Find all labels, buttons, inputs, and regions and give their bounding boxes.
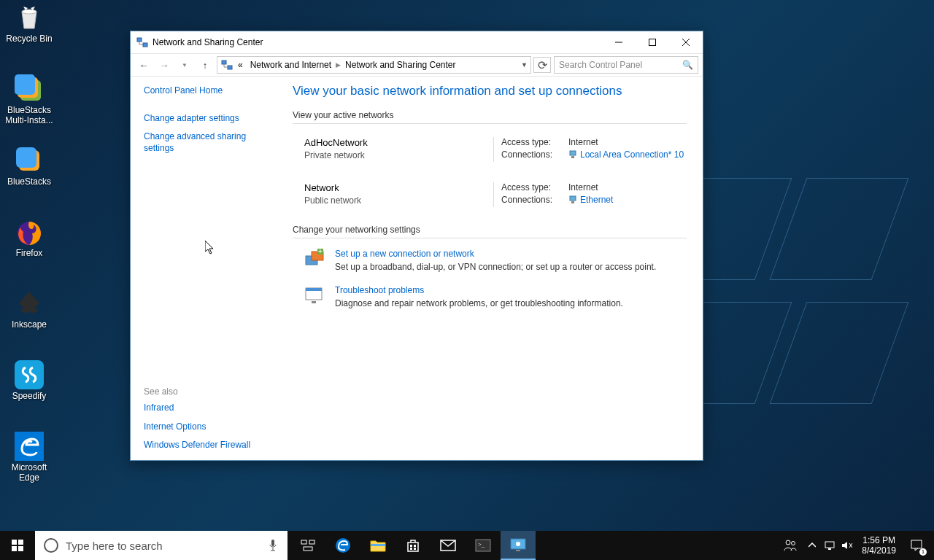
search-icon: 🔍 xyxy=(682,60,693,70)
sidebar-link[interactable]: Change advanced sharing settings xyxy=(144,131,277,154)
control-panel-window: Network and Sharing Center ← → ▼ ↑ « Net… xyxy=(130,31,703,461)
taskbar-app-mail[interactable] xyxy=(431,531,466,560)
desktop-icon-firefox[interactable]: Firefox xyxy=(1,217,57,258)
see-also-link[interactable]: Windows Defender Firewall xyxy=(144,440,277,451)
adapter-icon xyxy=(568,195,577,204)
svg-point-48 xyxy=(786,540,790,545)
network-type: Public network xyxy=(304,195,493,206)
forward-button[interactable]: → xyxy=(155,56,173,74)
svg-rect-46 xyxy=(516,550,520,551)
connections-label: Connections: xyxy=(501,149,568,160)
desktop-icon-inkscape[interactable]: Inkscape xyxy=(1,289,57,330)
network-name: AdHocNetwork xyxy=(304,137,493,148)
see-also-link[interactable]: Internet Options xyxy=(144,421,277,433)
action-center-button[interactable]: 1 xyxy=(902,531,931,560)
titlebar[interactable]: Network and Sharing Center xyxy=(131,31,703,53)
svg-rect-7 xyxy=(15,360,44,389)
svg-rect-5 xyxy=(16,147,36,168)
connection-link[interactable]: Local Area Connection* 10 xyxy=(568,149,684,160)
microphone-icon[interactable] xyxy=(267,539,279,552)
task-view-button[interactable] xyxy=(290,531,325,560)
start-button[interactable] xyxy=(0,531,35,560)
setup-connection-link[interactable]: Set up a new connection or network xyxy=(335,249,656,259)
tray-overflow-icon[interactable] xyxy=(803,531,821,560)
connection-link[interactable]: Ethernet xyxy=(568,195,613,205)
desktop-icon-recycle-bin[interactable]: Recycle Bin xyxy=(1,3,57,44)
desktop-icon-bluestacks[interactable]: BlueStacks xyxy=(1,146,57,187)
connections-label: Connections: xyxy=(501,195,568,205)
svg-rect-30 xyxy=(12,546,17,551)
divider xyxy=(293,238,687,238)
svg-text:+: + xyxy=(318,249,323,255)
taskbar-app-terminal[interactable]: >_ xyxy=(466,531,501,560)
search-input[interactable]: Search Control Panel 🔍 xyxy=(554,56,698,74)
control-panel-home-link[interactable]: Control Panel Home xyxy=(144,85,277,97)
svg-rect-18 xyxy=(571,156,574,158)
troubleshoot-link[interactable]: Troubleshoot problems xyxy=(335,285,623,295)
up-button[interactable]: ↑ xyxy=(196,56,214,74)
svg-rect-10 xyxy=(143,43,147,47)
svg-text:>_: >_ xyxy=(478,541,485,548)
svg-rect-51 xyxy=(828,548,831,550)
svg-rect-50 xyxy=(825,542,834,548)
volume-tray-icon[interactable] xyxy=(838,531,856,560)
taskbar-app-control-panel[interactable] xyxy=(501,531,536,560)
minimize-button[interactable] xyxy=(602,31,636,53)
chevron-down-icon[interactable]: ▼ xyxy=(521,61,528,69)
close-button[interactable] xyxy=(669,31,703,53)
svg-point-49 xyxy=(792,542,795,545)
svg-rect-39 xyxy=(414,545,416,547)
section-header: Change your networking settings xyxy=(293,225,687,235)
breadcrumb[interactable]: « Network and Internet ▶ Network and Sha… xyxy=(217,56,531,74)
access-type-label: Access type: xyxy=(501,137,568,147)
address-bar: ← → ▼ ↑ « Network and Internet ▶ Network… xyxy=(131,53,703,77)
section-header: View your active networks xyxy=(293,110,687,120)
svg-rect-28 xyxy=(12,540,17,545)
back-button[interactable]: ← xyxy=(135,56,153,74)
network-sharing-icon xyxy=(136,36,148,48)
troubleshoot-icon xyxy=(304,285,325,306)
svg-rect-8 xyxy=(15,432,44,461)
svg-rect-38 xyxy=(410,545,412,547)
people-icon[interactable] xyxy=(777,531,803,560)
svg-rect-41 xyxy=(414,548,416,550)
settings-item: + Set up a new connection or network Set… xyxy=(293,249,687,272)
recent-dropdown[interactable]: ▼ xyxy=(176,56,193,74)
desktop-icon-speedify[interactable]: Speedify xyxy=(1,360,57,401)
network-sharing-icon xyxy=(220,58,234,71)
settings-item: Troubleshoot problems Diagnose and repai… xyxy=(293,285,687,308)
svg-point-47 xyxy=(516,542,520,546)
svg-rect-16 xyxy=(228,66,232,69)
refresh-button[interactable]: ⟳ xyxy=(533,57,551,73)
network-entry: Network Public network Access type: Inte… xyxy=(293,179,687,210)
clock[interactable]: 1:56 PM 8/4/2019 xyxy=(856,535,902,556)
taskbar-app-store[interactable] xyxy=(395,531,431,560)
setup-connection-desc: Set up a broadband, dial-up, or VPN conn… xyxy=(335,262,656,272)
network-name: Network xyxy=(304,182,493,193)
svg-rect-20 xyxy=(571,201,574,203)
taskbar-search[interactable]: Type here to search xyxy=(35,531,287,560)
system-tray: 1:56 PM 8/4/2019 1 xyxy=(777,531,934,560)
desktop-icon-bluestacks-multi[interactable]: BlueStacks Multi-Insta... xyxy=(1,74,57,126)
access-type-value: Internet xyxy=(568,137,598,147)
cortana-icon xyxy=(44,538,58,553)
svg-rect-19 xyxy=(570,196,576,201)
breadcrumb-root[interactable]: « xyxy=(235,60,246,70)
svg-rect-12 xyxy=(649,39,656,46)
svg-rect-3 xyxy=(15,74,35,95)
access-type-value: Internet xyxy=(568,182,598,192)
desktop-icon-edge[interactable]: Microsoft Edge xyxy=(1,432,57,483)
see-also-link[interactable]: Infrared xyxy=(144,402,277,414)
network-tray-icon[interactable] xyxy=(821,531,838,560)
breadcrumb-segment[interactable]: Network and Sharing Center xyxy=(342,60,458,70)
divider xyxy=(293,123,687,124)
taskbar-app-edge[interactable] xyxy=(325,531,360,560)
taskbar-app-explorer[interactable] xyxy=(360,531,395,560)
breadcrumb-segment[interactable]: Network and Internet xyxy=(247,60,334,70)
maximize-button[interactable] xyxy=(636,31,669,53)
adapter-icon xyxy=(568,150,577,159)
see-also-header: See also xyxy=(144,386,277,397)
sidebar-link[interactable]: Change adapter settings xyxy=(144,113,277,125)
page-title: View your basic network information and … xyxy=(293,84,687,98)
svg-rect-26 xyxy=(306,288,322,291)
